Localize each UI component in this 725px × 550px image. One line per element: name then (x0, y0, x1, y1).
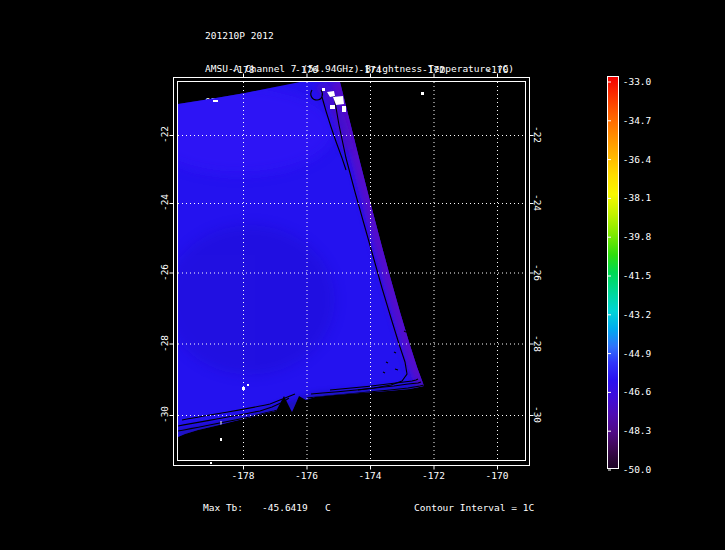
lon-label-top: -170 (482, 64, 512, 75)
lat-label-right: -28 (532, 328, 543, 358)
lon-label-top: -174 (355, 64, 385, 75)
colorbar-tick-label: -38.1 (622, 192, 652, 203)
max-tb-label: Max Tb: (203, 502, 243, 513)
lat-label-right: -30 (532, 400, 543, 430)
colorbar-tick-label: -43.2 (622, 309, 652, 320)
lon-label-bottom: -176 (292, 470, 322, 481)
lon-label-bottom: -170 (482, 470, 512, 481)
colorbar-tick-label: -48.3 (622, 425, 652, 436)
colorbar-tick-label: -36.4 (622, 154, 652, 165)
contour-interval-label: Contour Interval = 1C (414, 502, 534, 513)
lat-label-left: -30 (159, 400, 170, 430)
max-tb-value: -45.6419 (262, 502, 308, 513)
lon-label-bottom: -174 (355, 470, 385, 481)
lat-label-left: -28 (159, 328, 170, 358)
colorbar-tick-label: -41.5 (622, 270, 652, 281)
lon-label-top: -178 (228, 64, 258, 75)
colorbar-tick-label: -44.9 (622, 348, 652, 359)
satellite-swath (145, 75, 535, 470)
lon-label-top: -172 (419, 64, 449, 75)
lat-label-right: -24 (532, 188, 543, 218)
lon-label-top: -176 (292, 64, 322, 75)
lat-label-left: -22 (159, 120, 170, 150)
max-tb-unit: C (325, 502, 331, 513)
lat-label-right: -22 (532, 120, 543, 150)
colorbar-tick-label: -39.8 (622, 231, 652, 242)
colorbar-tick-label: -46.6 (622, 386, 652, 397)
colorbar (608, 77, 618, 468)
map-plot (0, 0, 725, 550)
colorbar-tick-label: -34.7 (622, 115, 652, 126)
lat-label-right: -26 (532, 257, 543, 287)
colorbar-tick-label: -50.0 (622, 464, 652, 475)
colorbar-tick-label: -33.0 (622, 76, 652, 87)
lon-label-bottom: -178 (228, 470, 258, 481)
amsu-plot-window: 201210P 2012 AMSU-A Channel 7 (54.94GHz)… (0, 0, 725, 550)
lat-label-left: -26 (159, 257, 170, 287)
lon-label-bottom: -172 (419, 470, 449, 481)
lat-label-left: -24 (159, 188, 170, 218)
